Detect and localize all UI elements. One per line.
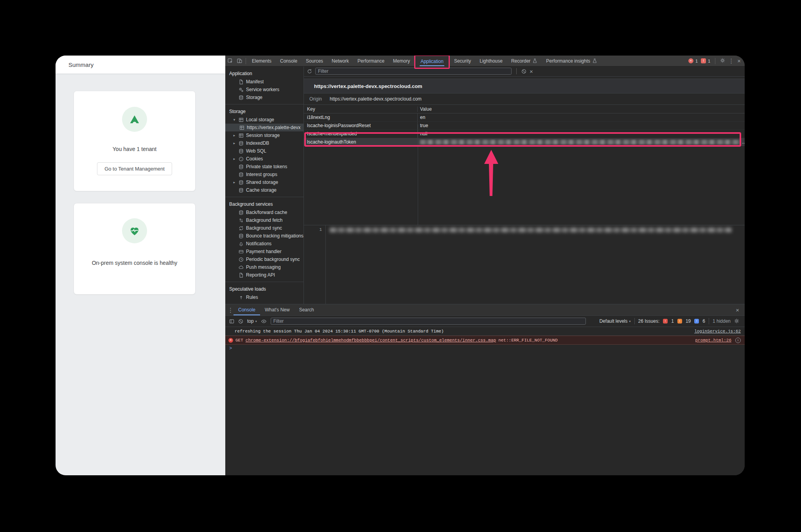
chevron-collapsed-icon[interactable]: ▸ xyxy=(232,141,236,145)
issues-badge-icon[interactable]: ! xyxy=(701,58,706,63)
device-toolbar-icon[interactable] xyxy=(235,58,244,63)
database-icon xyxy=(239,234,244,239)
log-levels-dropdown[interactable]: Default levels▾ xyxy=(599,318,630,324)
error-icon: × xyxy=(228,338,233,343)
issue-info-badge-icon[interactable]: ! xyxy=(694,319,699,324)
chevron-collapsed-icon[interactable]: ▸ xyxy=(232,157,236,161)
sidebar-item-background-fetch[interactable]: Background fetch xyxy=(225,216,304,224)
error-code: net::ERR_FILE_NOT_FOUND xyxy=(498,338,558,343)
storage-toolbar: × xyxy=(304,66,745,77)
table-row-loginauthtoken[interactable]: lscache-loginauthToken .. xyxy=(304,138,745,146)
sidebar-item-rules[interactable]: Rules xyxy=(225,293,304,301)
delete-selected-icon[interactable]: × xyxy=(530,68,533,74)
tab-sources[interactable]: Sources xyxy=(302,56,327,66)
sidebar-item-shared-storage[interactable]: ▸ Shared storage xyxy=(225,178,304,186)
more-options-icon[interactable]: ⋮ xyxy=(728,58,734,64)
cloud-icon xyxy=(239,265,244,270)
sidebar-item-periodic-background-sync[interactable]: Periodic background sync xyxy=(225,255,304,263)
drawer-tab-console[interactable]: Console xyxy=(233,304,260,315)
issue-error-badge-icon[interactable]: ! xyxy=(663,319,668,324)
tab-recorder[interactable]: Recorder xyxy=(507,56,542,66)
chevron-collapsed-icon[interactable]: ▸ xyxy=(232,180,236,184)
drawer-tab-search[interactable]: Search xyxy=(295,304,319,315)
close-drawer-icon[interactable]: × xyxy=(736,307,739,313)
chevron-expanded-icon[interactable]: ▾ xyxy=(232,118,236,122)
drawer-tab-whats-new[interactable]: What's New xyxy=(260,304,295,315)
sidebar-item-interest-groups[interactable]: Interest groups xyxy=(225,171,304,178)
sidebar-item-manifest[interactable]: Manifest xyxy=(225,78,304,86)
line-number-gutter: 1 xyxy=(304,225,326,304)
source-link[interactable]: loginService.js:62 xyxy=(694,329,741,334)
sidebar-item-indexeddb[interactable]: ▸ IndexedDB xyxy=(225,139,304,147)
sidebar-item-local-storage[interactable]: ▾ Local storage xyxy=(225,116,304,124)
health-icon-circle xyxy=(122,218,147,243)
sidebar-item-cookies[interactable]: ▸ Cookies xyxy=(225,155,304,163)
sidebar-item-storage[interactable]: Storage xyxy=(225,93,304,101)
sidebar-item-back-forward-cache[interactable]: Back/forward cache xyxy=(225,208,304,216)
console-log-row: refreshing the session Thu Jan 04 2024 1… xyxy=(225,327,745,336)
storage-filter-input[interactable] xyxy=(315,68,512,75)
sidebar-item-private-state-tokens[interactable]: Private state tokens xyxy=(225,163,304,171)
divider xyxy=(225,104,304,104)
error-method: GET xyxy=(235,338,243,343)
refresh-icon[interactable] xyxy=(307,69,312,74)
close-devtools-icon[interactable]: × xyxy=(737,58,741,64)
sidebar-item-payment-handler[interactable]: Payment handler xyxy=(225,248,304,255)
tab-application[interactable]: Application xyxy=(415,56,449,67)
inspect-element-icon[interactable] xyxy=(225,58,235,63)
sidebar-item-background-sync[interactable]: Background sync xyxy=(225,224,304,232)
info-circle-icon[interactable]: i xyxy=(735,338,741,343)
column-header-key: Key xyxy=(304,106,418,112)
web-page: Summary You have 1 tenant Go to Tenant M… xyxy=(56,56,225,475)
error-count: 1 xyxy=(695,59,698,63)
service-workers-icon xyxy=(239,87,244,92)
live-expression-eye-icon[interactable] xyxy=(261,318,267,324)
sidebar-item-cache-storage[interactable]: Cache storage xyxy=(225,186,304,194)
source-link[interactable]: prompt.html:26 xyxy=(695,338,731,343)
more-tools-icon[interactable]: ⋮ xyxy=(228,307,233,313)
console-sidebar-toggle-icon[interactable] xyxy=(229,319,234,324)
sidebar-item-bounce-tracking-mitigations[interactable]: Bounce tracking mitigations xyxy=(225,232,304,240)
table-row[interactable]: lscache-menuexpanded null xyxy=(304,130,745,138)
sidebar-item-web-sql[interactable]: Web SQL xyxy=(225,147,304,155)
table-row[interactable]: i18nextLng en xyxy=(304,113,745,122)
sidebar-item-service-workers[interactable]: Service workers xyxy=(225,86,304,93)
clear-console-icon[interactable] xyxy=(238,319,243,324)
tab-performance-insights[interactable]: Performance insights xyxy=(542,56,602,66)
tab-security[interactable]: Security xyxy=(450,56,475,66)
context-selector[interactable]: top▾ xyxy=(247,318,257,324)
error-url-link[interactable]: chrome-extension://bfogiafebfohielmmehod… xyxy=(246,338,496,343)
table-icon xyxy=(239,125,244,130)
tab-memory[interactable]: Memory xyxy=(389,56,414,66)
sidebar-item-push-messaging[interactable]: Push messaging xyxy=(225,263,304,271)
tabbar-right-controls: × 1 ! 1 ⋮ × xyxy=(688,58,745,64)
sidebar-item-notifications[interactable]: Notifications xyxy=(225,240,304,248)
clock-icon xyxy=(239,257,244,262)
tab-console[interactable]: Console xyxy=(276,56,302,66)
clear-all-icon[interactable] xyxy=(521,69,526,74)
go-to-tenant-management-button[interactable]: Go to Tenant Management xyxy=(97,162,172,175)
divider xyxy=(709,318,709,324)
console-prompt[interactable]: > xyxy=(225,345,745,352)
sidebar-item-session-storage[interactable]: ▸ Session storage xyxy=(225,131,304,139)
file-icon xyxy=(239,273,244,278)
console-filter-input[interactable] xyxy=(271,318,586,325)
tenant-icon-circle xyxy=(122,107,147,132)
tab-performance[interactable]: Performance xyxy=(353,56,389,66)
local-storage-view: × https://vertex.palette-devx.spectroclo… xyxy=(304,66,745,304)
chevron-collapsed-icon[interactable]: ▸ xyxy=(232,133,236,137)
tab-lighthouse[interactable]: Lighthouse xyxy=(475,56,507,66)
issue-warning-badge-icon[interactable]: ! xyxy=(677,319,682,324)
tab-network[interactable]: Network xyxy=(327,56,353,66)
settings-gear-icon[interactable] xyxy=(720,58,725,64)
console-settings-gear-icon[interactable] xyxy=(734,318,739,324)
table-row[interactable]: lscache-loginisPasswordReset true xyxy=(304,122,745,130)
divider xyxy=(715,58,715,64)
page-header: Summary xyxy=(56,56,225,74)
sidebar-item-reporting-api[interactable]: Reporting API xyxy=(225,271,304,279)
storage-origin-header: https://vertex.palette-devx.spectrocloud… xyxy=(304,79,745,93)
annotation-arrow-up xyxy=(482,150,500,196)
error-badge-icon[interactable]: × xyxy=(688,58,693,63)
tab-elements[interactable]: Elements xyxy=(248,56,276,66)
sidebar-item-local-storage-origin[interactable]: https://vertex.palette-devx xyxy=(225,124,304,131)
